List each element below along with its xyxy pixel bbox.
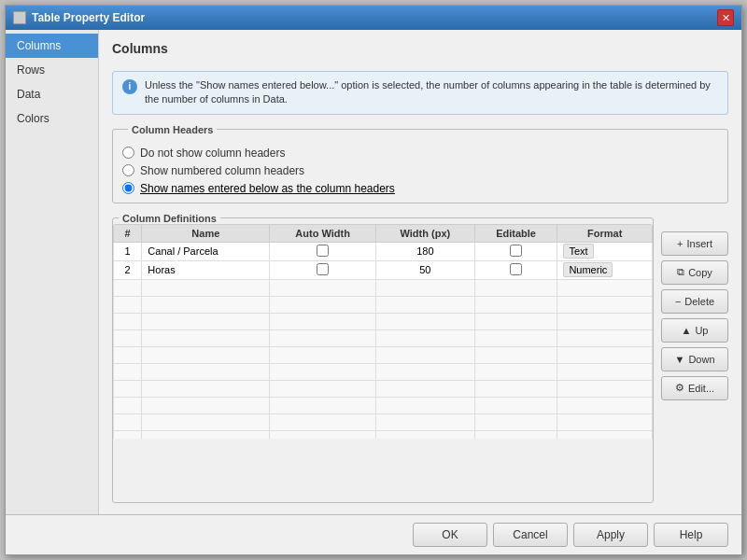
up-button[interactable]: ▲ Up <box>661 318 728 343</box>
column-def-legend: Column Definitions <box>119 213 220 224</box>
main-content: Columns Rows Data Colors Columns i Unles… <box>6 30 741 514</box>
cancel-button[interactable]: Cancel <box>493 523 568 547</box>
bottom-bar: OK Cancel Apply Help <box>6 514 741 554</box>
row2-auto-width-check[interactable] <box>317 263 329 275</box>
row1-auto-width-check[interactable] <box>317 245 329 257</box>
row2-name[interactable]: Horas <box>142 260 270 279</box>
help-button[interactable]: Help <box>654 523 728 547</box>
content-area: Columns i Unless the "Show names entered… <box>99 30 741 514</box>
col-header-editable: Editable <box>474 224 557 242</box>
col-header-auto-width: Auto Width <box>270 224 376 242</box>
edit-button[interactable]: ⚙ Edit... <box>661 376 728 400</box>
edit-icon: ⚙ <box>675 382 684 394</box>
radio-no-headers-label: Do not show column headers <box>140 147 285 160</box>
row1-width[interactable]: 180 <box>375 242 474 260</box>
table-row <box>114 279 653 296</box>
column-headers-legend: Column Headers <box>128 124 217 135</box>
radio-group: Do not show column headers Show numbered… <box>122 147 718 195</box>
radio-names-label: Show names entered below as the column h… <box>140 182 395 195</box>
row1-editable[interactable] <box>474 242 557 260</box>
down-button[interactable]: ▼ Down <box>661 347 728 371</box>
sidebar-item-data[interactable]: Data <box>6 82 98 106</box>
down-icon: ▼ <box>674 354 684 365</box>
table-header-row: # Name Auto Width Width (px) Editable Fo… <box>114 224 653 242</box>
radio-numbered-label: Show numbered column headers <box>140 164 304 177</box>
table-row <box>114 296 653 313</box>
row1-name[interactable]: Canal / Parcela <box>142 242 270 260</box>
row2-format: Numeric <box>557 260 653 279</box>
delete-icon: − <box>675 296 681 307</box>
sidebar-item-columns[interactable]: Columns <box>6 34 98 58</box>
radio-no-headers-input[interactable] <box>122 147 134 159</box>
row2-editable[interactable] <box>474 260 557 279</box>
table-row <box>114 363 653 380</box>
title-bar-left: Table Property Editor <box>13 11 145 24</box>
close-button[interactable]: ✕ <box>717 9 734 26</box>
col-header-width-px: Width (px) <box>375 224 474 242</box>
window-title: Table Property Editor <box>32 11 145 24</box>
row1-auto-width[interactable] <box>270 242 376 260</box>
row2-auto-width[interactable] <box>270 260 376 279</box>
radio-no-headers[interactable]: Do not show column headers <box>122 147 718 160</box>
table-row[interactable]: 2 Horas 50 Numeric <box>114 260 653 279</box>
window-icon <box>13 11 26 24</box>
table-row <box>114 430 653 439</box>
title-bar: Table Property Editor ✕ <box>6 6 741 30</box>
col-def-table: # Name Auto Width Width (px) Editable Fo… <box>113 224 653 439</box>
row1-editable-check[interactable] <box>510 245 522 257</box>
radio-numbered[interactable]: Show numbered column headers <box>122 164 718 177</box>
radio-names-input[interactable] <box>122 182 134 194</box>
row2-num: 2 <box>114 260 142 279</box>
row2-editable-check[interactable] <box>510 263 522 275</box>
col-header-name: Name <box>142 224 270 242</box>
row2-width[interactable]: 50 <box>375 260 474 279</box>
column-headers-group: Column Headers Do not show column header… <box>112 124 728 203</box>
col-header-format: Format <box>557 224 653 242</box>
table-row[interactable]: 1 Canal / Parcela 180 Text <box>114 242 653 260</box>
table-row <box>114 329 653 346</box>
delete-button[interactable]: − Delete <box>661 289 728 314</box>
copy-icon: ⧉ <box>677 266 684 278</box>
table-row <box>114 413 653 430</box>
main-window: Table Property Editor ✕ Columns Rows Dat… <box>5 5 742 555</box>
up-icon: ▲ <box>682 325 692 336</box>
radio-names[interactable]: Show names entered below as the column h… <box>122 182 718 195</box>
table-section: Column Definitions # Name Auto Width Wid… <box>112 213 728 503</box>
col-def-table-wrapper[interactable]: # Name Auto Width Width (px) Editable Fo… <box>113 224 653 439</box>
table-body: 1 Canal / Parcela 180 Text 2 Horas <box>114 242 653 439</box>
table-row <box>114 313 653 329</box>
action-buttons: + Insert ⧉ Copy − Delete ▲ Up <box>661 213 728 503</box>
radio-numbered-input[interactable] <box>122 164 134 176</box>
sidebar: Columns Rows Data Colors <box>6 30 99 514</box>
copy-button[interactable]: ⧉ Copy <box>661 260 728 285</box>
table-row <box>114 380 653 397</box>
col-header-num: # <box>114 224 142 242</box>
row1-num: 1 <box>114 242 142 260</box>
ok-button[interactable]: OK <box>413 523 487 547</box>
table-row <box>114 397 653 413</box>
info-icon: i <box>122 79 137 94</box>
sidebar-item-colors[interactable]: Colors <box>6 106 98 131</box>
table-row <box>114 346 653 363</box>
info-message: Unless the "Show names entered below..."… <box>145 78 718 107</box>
insert-button[interactable]: + Insert <box>661 231 728 256</box>
column-definitions-fieldset: Column Definitions # Name Auto Width Wid… <box>112 213 654 503</box>
insert-icon: + <box>677 238 683 249</box>
sidebar-item-rows[interactable]: Rows <box>6 58 98 82</box>
apply-button[interactable]: Apply <box>573 523 648 547</box>
row1-format: Text <box>557 242 653 260</box>
info-box: i Unless the "Show names entered below..… <box>112 71 728 115</box>
section-title: Columns <box>112 41 728 56</box>
